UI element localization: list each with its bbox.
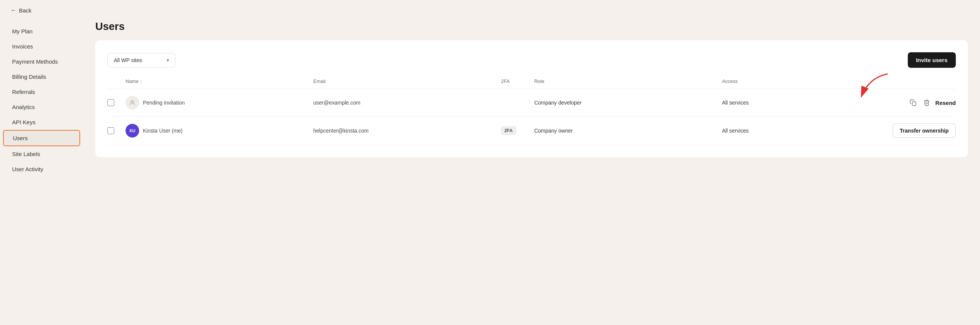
col-header-role: Role xyxy=(534,78,719,84)
user-access-0: All services xyxy=(722,99,860,106)
sort-icon: ↑ xyxy=(140,79,143,84)
row-checkbox-0[interactable] xyxy=(107,99,114,106)
table-header: Name ↑ Email 2FA Role Access xyxy=(107,78,956,89)
svg-point-0 xyxy=(131,100,134,102)
sidebar-item-invoices[interactable]: Invoices xyxy=(3,39,80,54)
sidebar-item-users[interactable]: Users xyxy=(3,130,80,146)
avatar-placeholder-icon xyxy=(126,96,139,109)
resend-button[interactable]: Resend xyxy=(935,99,956,106)
user-name-1: Kinsta User (me) xyxy=(143,128,183,134)
transfer-ownership-button[interactable]: Transfer ownership xyxy=(892,123,956,138)
col-header-email: Email xyxy=(313,78,498,84)
sidebar-item-analytics[interactable]: Analytics xyxy=(3,99,80,114)
table-row: KUKinsta User (me)helpcenter@kinsta.com2… xyxy=(107,117,956,145)
user-email-1: helpcenter@kinsta.com xyxy=(313,128,498,134)
row-actions-0: Resend xyxy=(864,98,956,107)
user-info-0: Pending invitation xyxy=(126,96,310,109)
sidebar-item-billing-details[interactable]: Billing Details xyxy=(3,69,80,84)
main-layout: My PlanInvoicesPayment MethodsBilling De… xyxy=(0,21,980,325)
row-checkbox-1[interactable] xyxy=(107,127,114,134)
col-header-name[interactable]: Name ↑ xyxy=(126,78,310,84)
back-label: Back xyxy=(19,7,31,14)
col-header-access: Access xyxy=(722,78,860,84)
row-actions-1: Transfer ownership xyxy=(864,123,956,138)
sidebar-item-user-activity[interactable]: User Activity xyxy=(3,162,80,176)
user-info-1: KUKinsta User (me) xyxy=(126,124,310,138)
top-bar: ← Back xyxy=(0,0,980,21)
table-row: Pending invitationuser@example.comCompan… xyxy=(107,89,956,117)
copy-button[interactable] xyxy=(908,98,918,107)
chevron-down-icon: ▾ xyxy=(167,58,169,63)
sidebar-item-api-keys[interactable]: API Keys xyxy=(3,115,80,130)
user-role-1: Company owner xyxy=(534,128,719,134)
avatar-kinsta: KU xyxy=(126,124,139,138)
sidebar-item-my-plan[interactable]: My Plan xyxy=(3,24,80,38)
2fa-badge-1: 2FA xyxy=(501,126,516,135)
toolbar: All WP sites ▾ Invite users xyxy=(107,52,956,68)
back-arrow-icon: ← xyxy=(11,7,17,14)
user-2fa-1: 2FA xyxy=(501,126,531,135)
delete-button[interactable] xyxy=(922,98,932,107)
filter-dropdown[interactable]: All WP sites ▾ xyxy=(107,53,175,67)
sidebar-item-site-labels[interactable]: Site Labels xyxy=(3,147,80,162)
user-access-1: All services xyxy=(722,128,860,134)
sidebar-item-referrals[interactable]: Referrals xyxy=(3,85,80,99)
page-title: Users xyxy=(95,21,968,32)
content-card: All WP sites ▾ Invite users Name ↑ Email… xyxy=(95,40,968,157)
back-button[interactable]: ← Back xyxy=(11,7,31,14)
user-name-0: Pending invitation xyxy=(143,99,185,106)
table-body: Pending invitationuser@example.comCompan… xyxy=(107,89,956,145)
user-email-0: user@example.com xyxy=(313,99,498,106)
invite-users-button[interactable]: Invite users xyxy=(908,52,956,68)
sidebar: My PlanInvoicesPayment MethodsBilling De… xyxy=(0,21,83,325)
filter-label: All WP sites xyxy=(114,57,142,63)
user-role-0: Company developer xyxy=(534,99,719,106)
sidebar-item-payment-methods[interactable]: Payment Methods xyxy=(3,54,80,69)
content-area: Users All WP sites ▾ Invite users Name ↑… xyxy=(83,21,980,325)
svg-rect-2 xyxy=(912,102,916,106)
col-header-2fa: 2FA xyxy=(501,78,531,84)
